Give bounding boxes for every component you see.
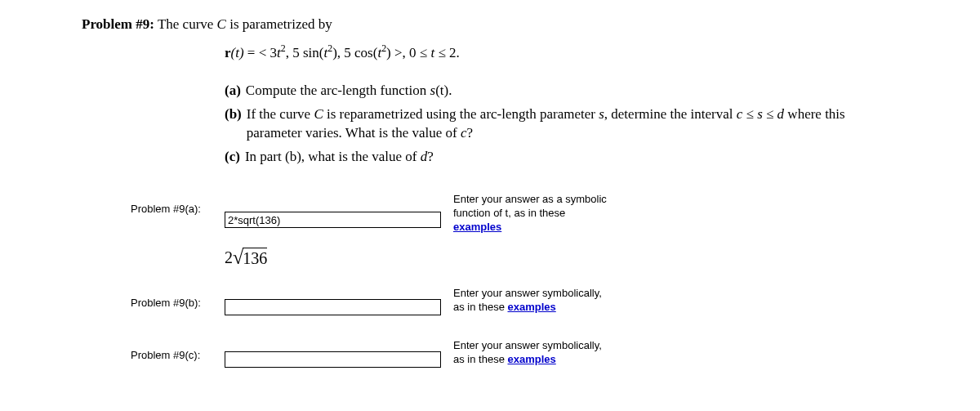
answer-row-c: Problem #9(c): Enter your answer symboli… [82, 346, 898, 373]
answer-hint-c: Enter your answer symbolically, as in th… [453, 339, 602, 367]
examples-link-a[interactable]: examples [453, 221, 501, 233]
examples-link-c[interactable]: examples [508, 353, 556, 365]
problem-header: Problem #9: The curve C is parametrized … [82, 16, 898, 33]
problem-parts: (a) Compute the arc-length function s(t)… [225, 82, 898, 167]
answer-hint-a: Enter your answer as a symbolic function… [453, 193, 607, 235]
part-b: (b) If the curve C is reparametrized usi… [225, 105, 898, 143]
rendered-answer-a: 2 √ 136 [225, 247, 607, 269]
answer-row-b: Problem #9(b): Enter your answer symboli… [82, 293, 898, 321]
answer-row-a: Problem #9(a): Enter your answer as a sy… [82, 199, 898, 270]
problem-number: Problem #9: [82, 16, 154, 32]
answer-input-a[interactable] [225, 212, 441, 228]
answer-hint-b: Enter your answer symbolically, as in th… [453, 287, 602, 315]
answer-input-c[interactable] [225, 351, 441, 368]
examples-link-b[interactable]: examples [508, 301, 556, 313]
equation: r(t) = < 3t2, 5 sin(t2), 5 cos(t2) >, 0 … [225, 45, 898, 61]
part-c: (c) In part (b), what is the value of d? [225, 148, 898, 167]
problem-intro: The curve C is parametrized by [158, 16, 332, 32]
answer-label-c: Problem #9(c): [82, 346, 225, 361]
answer-input-b[interactable] [225, 299, 441, 315]
answer-label-b: Problem #9(b): [82, 293, 225, 309]
part-a: (a) Compute the arc-length function s(t)… [225, 82, 898, 101]
answer-label-a: Problem #9(a): [82, 199, 225, 215]
